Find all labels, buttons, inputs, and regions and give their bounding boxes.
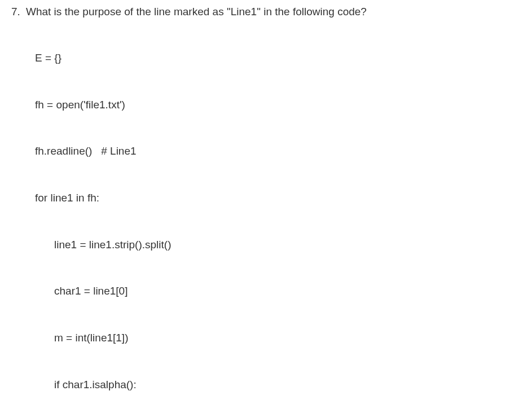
code-line: char1 = line1[0] — [35, 283, 521, 299]
question-header: 7. What is the purpose of the line marke… — [11, 6, 521, 18]
code-line: if char1.isalpha(): — [35, 377, 521, 393]
question-number: 7. — [11, 6, 24, 18]
code-line: E = {} — [35, 50, 521, 66]
code-block: E = {} fh = open('file1.txt') fh.readlin… — [35, 19, 521, 404]
code-line: line1 = line1.strip().split() — [35, 237, 521, 253]
code-line: m = int(line1[1]) — [35, 330, 521, 346]
question-text: What is the purpose of the line marked a… — [26, 6, 367, 18]
code-line: fh.readline() # Line1 — [35, 143, 521, 159]
code-line: fh = open('file1.txt') — [35, 97, 521, 113]
code-line: for line1 in fh: — [35, 190, 521, 206]
